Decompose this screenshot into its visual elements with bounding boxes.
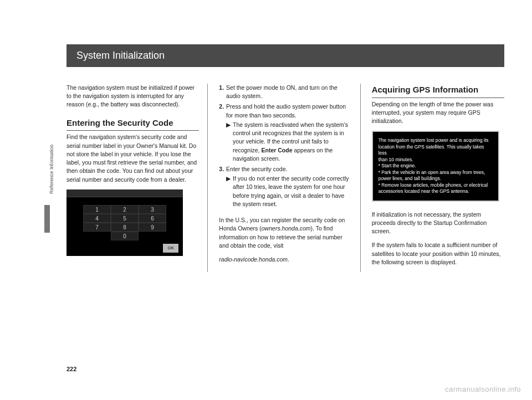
triangle-icon: ▶: [226, 175, 231, 208]
screenshot-titlebar: [66, 189, 183, 197]
security-code-screenshot: 1 2 3 4 5 6 7 8 9 0 OK: [66, 189, 183, 256]
gps-p2: If the system fails to locate a sufficie…: [372, 241, 504, 266]
keypad: 1 2 3 4 5 6 7 8 9 0: [83, 205, 166, 240]
footer-link-owners: owners.honda.com: [262, 225, 311, 232]
gps-line: * Remove loose articles, mobile phones, …: [378, 182, 493, 188]
heading-gps: Acquiring GPS Information: [372, 84, 504, 98]
step-text: Press and hold the audio system power bu…: [226, 103, 346, 118]
heading-security-code: Entering the Security Code: [66, 117, 199, 131]
step-3: 3. Enter the security code. ▶ If you do …: [219, 165, 351, 208]
security-code-body: Find the navigation system's security co…: [66, 133, 199, 183]
step-text: Set the power mode to ON, and turn on th…: [226, 84, 352, 100]
section-header: System Initialization: [66, 44, 504, 67]
watermark: carmanualsonline.info: [445, 385, 521, 393]
step-number: 3.: [219, 165, 224, 208]
step-number: 1.: [219, 84, 224, 100]
step-body: Press and hold the audio system power bu…: [226, 102, 352, 163]
substep-bold: Enter Code: [261, 147, 292, 153]
gps-line: The navigation system lost power and is …: [378, 137, 493, 143]
page-number: 222: [66, 366, 76, 372]
gps-message-screenshot: The navigation system lost power and is …: [372, 131, 499, 201]
ok-button: OK: [163, 244, 178, 253]
step-1: 1. Set the power mode to ON, and turn on…: [219, 84, 351, 100]
footer-link-line: radio-navicode.honda.com.: [219, 255, 351, 264]
substep: ▶ If you do not enter the security code …: [226, 175, 352, 208]
column-1: The navigation system must be initialize…: [66, 84, 208, 272]
gps-line: * Park the vehicle in an open area away …: [378, 170, 493, 176]
step-2: 2. Press and hold the audio system power…: [219, 102, 351, 163]
sidebar-section-label: Reference Information: [49, 145, 54, 194]
key-8: 8: [111, 223, 139, 232]
triangle-icon: ▶: [226, 121, 231, 163]
key-9: 9: [139, 223, 166, 232]
gps-line: accessories located near the GPS antenna…: [378, 188, 493, 194]
key-6: 6: [139, 214, 166, 223]
gps-p1: If initialization is not necessary, the …: [372, 211, 504, 236]
key-4: 4: [83, 214, 111, 223]
step-text: Enter the security code.: [226, 166, 287, 172]
substep-text: If you do not enter the security code co…: [233, 175, 352, 208]
page-content: System Initialization The navigation sys…: [66, 44, 504, 272]
key-7: 7: [83, 223, 111, 232]
sidebar-tab: [44, 205, 50, 233]
key-1: 1: [83, 205, 111, 214]
gps-line: than 10 minutes.: [378, 157, 493, 163]
footer-link-navicode: radio-navicode.honda.com: [219, 256, 288, 263]
key-0: 0: [111, 232, 139, 240]
gps-line: * Start the engine.: [378, 163, 493, 169]
key-empty: [139, 232, 166, 240]
key-3: 3: [139, 205, 166, 214]
substep: ▶ The system is reactivated when the sys…: [226, 121, 352, 163]
key-empty: [83, 232, 111, 240]
steps-list: 1. Set the power mode to ON, and turn on…: [219, 84, 351, 208]
intro-paragraph: The navigation system must be initialize…: [66, 84, 199, 109]
column-3: Acquiring GPS Information Depending on t…: [372, 84, 504, 272]
footer-period: .: [288, 256, 289, 263]
content-columns: The navigation system must be initialize…: [66, 84, 504, 272]
footer-paragraph: In the U.S., you can register the securi…: [219, 216, 351, 250]
gps-line: power lines, and tall buildings.: [378, 176, 493, 182]
key-5: 5: [111, 214, 139, 223]
substep-text: The system is reactivated when the syste…: [233, 121, 352, 163]
step-body: Enter the security code. ▶ If you do not…: [226, 165, 352, 208]
column-2: 1. Set the power mode to ON, and turn on…: [219, 84, 360, 272]
gps-line: location from the GPS satellites. This u…: [378, 144, 493, 157]
step-number: 2.: [219, 102, 224, 163]
key-2: 2: [111, 205, 139, 214]
gps-intro: Depending on the length of time the powe…: [372, 100, 504, 126]
